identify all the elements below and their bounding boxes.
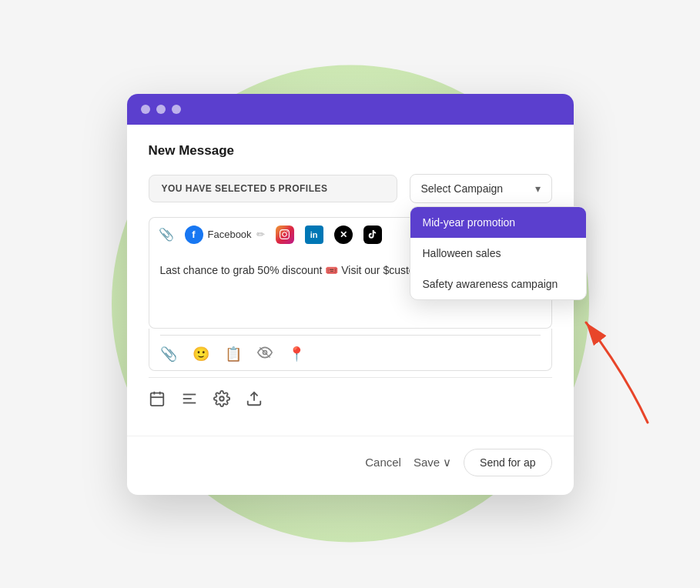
save-button[interactable]: Save ∨ — [414, 456, 451, 469]
bottom-toolbar — [149, 377, 552, 417]
footer-bar: Cancel Save ∨ Send for ap — [127, 436, 574, 495]
media-icon[interactable]: 📋 — [225, 346, 242, 362]
campaign-option-mid-year[interactable]: Mid-year promotion — [410, 207, 586, 238]
emoji-icon[interactable]: 🙂 — [193, 346, 209, 362]
attachment-icon[interactable]: 📎 — [159, 227, 174, 242]
window-dot-2 — [156, 105, 166, 114]
campaign-select-button[interactable]: Select Campaign ▾ — [410, 174, 552, 203]
campaign-select-label: Select Campaign — [421, 182, 504, 195]
tiktok-icon[interactable] — [363, 226, 382, 244]
save-label: Save — [414, 456, 440, 469]
emoji-toolbar: 📎 🙂 📋 📍 — [149, 329, 552, 371]
instagram-icon[interactable] — [276, 226, 294, 244]
emoji-bar: 📎 🙂 📋 📍 — [160, 335, 541, 364]
campaign-option-halloween[interactable]: Halloween sales — [410, 238, 586, 269]
lines-icon[interactable] — [181, 390, 198, 411]
facebook-icon: f — [185, 226, 203, 244]
campaign-option-safety[interactable]: Safety awareness campaign — [410, 269, 586, 299]
location-icon[interactable]: 📍 — [288, 346, 305, 362]
save-chevron-icon: ∨ — [443, 456, 451, 469]
facebook-label: Facebook — [208, 229, 252, 240]
window-title: New Message — [149, 143, 552, 159]
send-button[interactable]: Send for ap — [464, 449, 551, 476]
calendar-icon[interactable] — [149, 390, 166, 411]
svg-rect-2 — [150, 393, 163, 406]
top-bar: YOU HAVE SELECTED 5 PROFILES Select Camp… — [149, 174, 552, 203]
eye-icon[interactable] — [257, 345, 273, 364]
window-dot-3 — [172, 105, 181, 114]
campaign-select-wrapper: Select Campaign ▾ Mid-year promotion Hal… — [410, 174, 552, 203]
attachment-icon-2[interactable]: 📎 — [160, 346, 177, 362]
chevron-down-icon: ▾ — [535, 182, 541, 195]
cancel-button[interactable]: Cancel — [365, 456, 401, 469]
window-dot-1 — [141, 105, 150, 114]
message-text: Last chance to grab 50% discount 🎟️ Visi… — [160, 264, 446, 276]
linkedin-icon[interactable]: in — [305, 226, 323, 244]
campaign-dropdown: Mid-year promotion Halloween sales Safet… — [410, 206, 587, 300]
x-icon[interactable]: ✕ — [334, 226, 353, 244]
svg-point-9 — [219, 396, 224, 401]
facebook-tab[interactable]: f Facebook ✏ — [185, 226, 265, 244]
profiles-badge: YOU HAVE SELECTED 5 PROFILES — [149, 175, 397, 202]
window-body: New Message YOU HAVE SELECTED 5 PROFILES… — [127, 125, 574, 436]
settings-icon[interactable] — [213, 390, 230, 411]
message-window: New Message YOU HAVE SELECTED 5 PROFILES… — [127, 94, 574, 495]
titlebar — [127, 94, 574, 125]
upload-icon[interactable] — [246, 390, 263, 411]
facebook-edit-icon[interactable]: ✏ — [256, 229, 265, 240]
